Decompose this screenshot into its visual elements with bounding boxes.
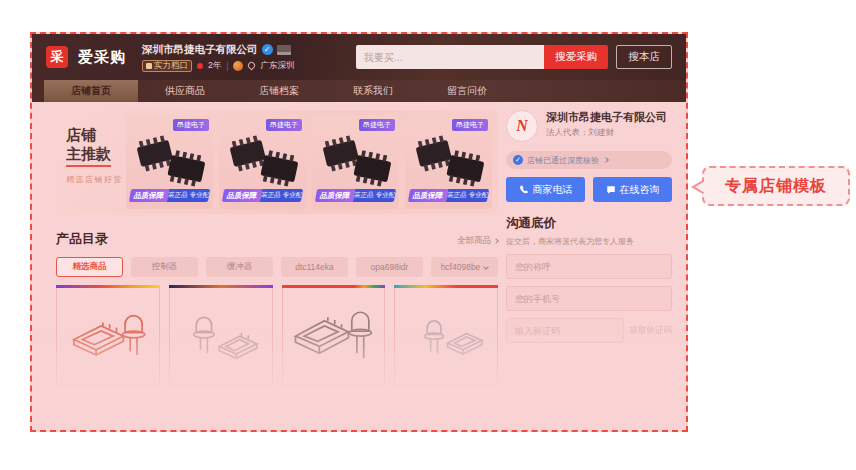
medal-icon — [233, 61, 243, 71]
location-label: 广东深圳 — [260, 60, 294, 72]
inquiry-form: 沟通底价 提交后，商家将派代表为您专人服务 获取验证码 — [506, 215, 672, 343]
years-dot-icon — [197, 63, 203, 69]
search-shop-button[interactable]: 搜本店 — [616, 45, 672, 69]
marketing-illustration: 采 爱采购 深圳市昂捷电子有限公司 ✓ 实力档口 2年 | 广东深圳 — [0, 0, 856, 470]
shop-company-name: 深圳市昂捷电子有限公司 — [546, 110, 667, 124]
chevron-down-icon — [484, 264, 490, 270]
merchant-phone-label: 商家电话 — [533, 183, 573, 197]
category-chips: 精选商品 控制器 缓冲器 dtc114eka opa698idr hcf4098… — [56, 257, 498, 277]
banner-product-tiles: 昂捷电子 品质保障 原装正品 专业配单 — [126, 110, 498, 214]
years-label: 2年 — [208, 60, 221, 72]
banner-text: 店铺 主推款 精选店铺好货 — [56, 110, 126, 214]
chevron-right-icon — [493, 238, 499, 244]
template-callout: 专属店铺模板 — [702, 166, 850, 206]
inquiry-subtitle: 提交后，商家将派代表为您专人服务 — [506, 236, 672, 247]
ic-chips-image — [129, 129, 211, 187]
online-chat-button[interactable]: 在线咨询 — [593, 177, 672, 202]
chat-icon — [606, 185, 616, 195]
banner-subtitle: 精选店铺好货 — [66, 174, 126, 185]
location-pin-icon — [247, 61, 257, 71]
tab-inquiry[interactable]: 留言问价 — [420, 80, 514, 102]
chevron-right-icon — [603, 157, 609, 163]
catalog-title: 产品目录 — [56, 230, 108, 248]
chip-opa698idr[interactable]: opa698idr — [356, 257, 423, 277]
all-products-link[interactable]: 全部商品 — [457, 235, 498, 247]
shop-content: 店铺 主推款 精选店铺好货 昂捷电子 — [32, 102, 686, 432]
ic-chips-image — [408, 129, 490, 187]
chip-controller[interactable]: 控制器 — [131, 257, 198, 277]
component-lineart — [290, 302, 376, 372]
inquiry-title: 沟通底价 — [506, 215, 672, 232]
banner-product-tile[interactable]: 昂捷电子 品质保障 原装正品 专业配单 — [312, 115, 399, 209]
component-lineart — [178, 302, 264, 372]
shop-info-panel: N 深圳市昂捷电子有限公司 法人代表：刘建财 ✓ 店铺已通过深度核验 — [506, 110, 672, 343]
tab-contact-us[interactable]: 联系我们 — [326, 80, 420, 102]
callout-label: 专属店铺模板 — [725, 176, 827, 197]
shop-nav: 店铺首页 供应商品 店铺档案 联系我们 留言问价 — [32, 80, 686, 102]
cert-badge-icon — [277, 45, 291, 55]
company-info: 深圳市昂捷电子有限公司 ✓ 实力档口 2年 | 广东深圳 — [142, 43, 294, 72]
chip-buffer[interactable]: 缓冲器 — [206, 257, 273, 277]
ribbon-sub-label: 原装正品 专业配单 — [353, 189, 396, 202]
product-cards — [56, 287, 498, 385]
legal-rep-label: 法人代表： — [546, 127, 589, 137]
component-lineart — [403, 302, 489, 372]
banner-product-tile[interactable]: 昂捷电子 品质保障 原装正品 专业配单 — [126, 115, 213, 209]
tab-products[interactable]: 供应商品 — [138, 80, 232, 102]
banner-title-line1: 店铺 — [66, 126, 96, 143]
ribbon-main-label: 品质保障 — [408, 189, 448, 202]
strength-badge: 实力档口 — [142, 60, 192, 72]
phone-icon — [519, 185, 529, 195]
quality-ribbon: 品质保障 原装正品 专业配单 — [408, 189, 489, 202]
legal-rep-name: 刘建财 — [589, 127, 615, 137]
divider: | — [226, 61, 228, 71]
ribbon-main-label: 品质保障 — [222, 189, 262, 202]
ribbon-main-label: 品质保障 — [129, 189, 169, 202]
product-card[interactable] — [282, 287, 386, 385]
merchant-phone-button[interactable]: 商家电话 — [506, 177, 585, 202]
shop-avatar: N — [506, 110, 538, 142]
brand-name: 爱采购 — [78, 48, 126, 67]
tab-shop-profile[interactable]: 店铺档案 — [232, 80, 326, 102]
quality-ribbon: 品质保障 原装正品 专业配单 — [129, 189, 210, 202]
strength-icon — [146, 63, 152, 69]
quality-ribbon: 品质保障 原装正品 专业配单 — [222, 189, 303, 202]
main-banner[interactable]: 店铺 主推款 精选店铺好货 昂捷电子 — [56, 110, 498, 214]
tab-shop-home[interactable]: 店铺首页 — [44, 80, 138, 102]
company-name: 深圳市昂捷电子有限公司 — [142, 43, 258, 57]
phone-field[interactable] — [506, 286, 672, 311]
search-zone: 搜爱采购 搜本店 — [356, 45, 672, 69]
verify-text: 店铺已通过深度核验 — [527, 155, 599, 166]
product-card[interactable] — [169, 287, 273, 385]
ribbon-main-label: 品质保障 — [315, 189, 355, 202]
quality-ribbon: 品质保障 原装正品 专业配单 — [315, 189, 396, 202]
chip-featured[interactable]: 精选商品 — [56, 257, 123, 277]
product-catalog: 产品目录 全部商品 精选商品 控制器 缓冲器 dtc114eka opa698i… — [56, 230, 498, 385]
ribbon-sub-label: 原装正品 专业配单 — [167, 189, 210, 202]
chip-dtc114eka[interactable]: dtc114eka — [281, 257, 348, 277]
verified-badge-icon: ✓ — [262, 44, 273, 55]
product-card[interactable] — [56, 287, 160, 385]
verify-pill[interactable]: ✓ 店铺已通过深度核验 — [506, 151, 672, 169]
search-input[interactable] — [356, 45, 544, 69]
banner-product-tile[interactable]: 昂捷电子 品质保障 原装正品 专业配单 — [405, 115, 492, 209]
all-products-label: 全部商品 — [457, 235, 491, 247]
ribbon-sub-label: 原装正品 专业配单 — [260, 189, 303, 202]
get-code-button[interactable]: 获取验证码 — [630, 325, 673, 337]
search-all-button[interactable]: 搜爱采购 — [544, 45, 608, 69]
shop-template-frame: 采 爱采购 深圳市昂捷电子有限公司 ✓ 实力档口 2年 | 广东深圳 — [30, 32, 688, 432]
component-lineart — [65, 302, 151, 372]
shield-icon: ✓ — [513, 155, 523, 165]
chip-hcf4098be[interactable]: hcf4098be — [431, 257, 498, 277]
ic-chips-image — [315, 129, 397, 187]
aicaigou-logo-icon: 采 — [46, 46, 68, 68]
ic-chips-image — [222, 129, 304, 187]
banner-product-tile[interactable]: 昂捷电子 品质保障 原装正品 专业配单 — [219, 115, 306, 209]
shop-header: 采 爱采购 深圳市昂捷电子有限公司 ✓ 实力档口 2年 | 广东深圳 — [32, 34, 686, 80]
banner-title-line2: 主推款 — [66, 145, 111, 167]
product-card[interactable] — [394, 287, 498, 385]
online-chat-label: 在线咨询 — [620, 183, 660, 197]
name-field[interactable] — [506, 254, 672, 279]
verification-code-field[interactable] — [506, 318, 624, 343]
ribbon-sub-label: 原装正品 专业配单 — [446, 189, 489, 202]
